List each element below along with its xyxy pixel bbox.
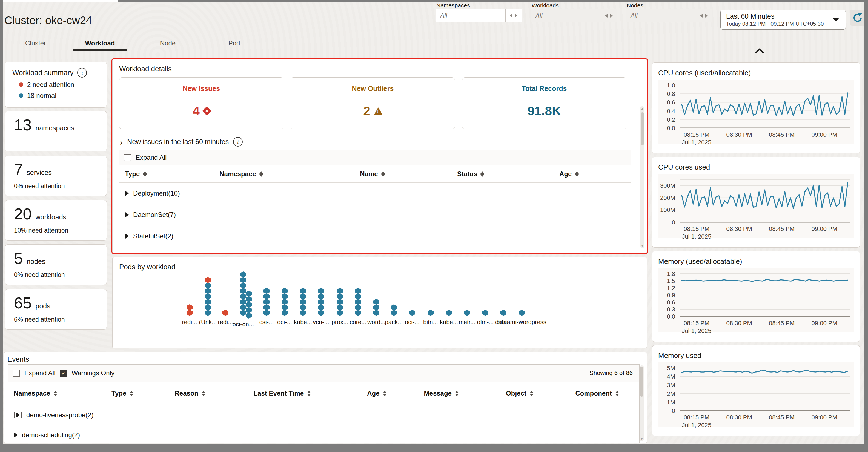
pod-hexagon[interactable]: [500, 310, 506, 316]
sort-icon[interactable]: [381, 172, 385, 177]
refresh-button[interactable]: [850, 10, 864, 26]
table-row[interactable]: demo-livenessprobe(2): [8, 405, 639, 425]
sort-icon[interactable]: [383, 391, 387, 396]
pod-hexagon[interactable]: [355, 293, 361, 299]
pod-hexagon[interactable]: [373, 304, 379, 310]
pod-hexagon[interactable]: [355, 288, 361, 294]
stat-card-namespaces[interactable]: 13namespaces: [5, 111, 107, 151]
pod-hexagon[interactable]: [187, 304, 192, 310]
pod-hexagon[interactable]: [246, 296, 252, 302]
pod-hexagon[interactable]: [240, 288, 246, 294]
pod-hexagon[interactable]: [282, 310, 288, 316]
time-range-selector[interactable]: Last 60 Minutes Today 08:12 PM - 09:12 P…: [720, 10, 846, 30]
pod-hexagon[interactable]: [240, 277, 246, 283]
pod-hexagon[interactable]: [337, 299, 343, 305]
sort-icon[interactable]: [54, 391, 57, 396]
pod-hexagon[interactable]: [337, 304, 343, 310]
pod-hexagon[interactable]: [300, 304, 306, 310]
pod-hexagon[interactable]: [446, 310, 452, 316]
warnings-only-checkbox[interactable]: ✓: [60, 369, 67, 377]
expand-arrow-icon[interactable]: [125, 234, 129, 239]
tab-workload[interactable]: Workload: [72, 36, 127, 51]
pod-hexagon[interactable]: [246, 302, 252, 308]
expand-all-checkbox[interactable]: [124, 154, 131, 161]
pod-hexagon[interactable]: [318, 310, 324, 316]
pod-hexagon[interactable]: [391, 310, 397, 316]
pod-hexagon[interactable]: [373, 299, 379, 305]
pod-hexagon[interactable]: [240, 282, 246, 289]
table-row[interactable]: demo-scheduling(2): [8, 425, 639, 443]
pod-hexagon[interactable]: [282, 288, 288, 294]
pod-hexagon[interactable]: [318, 288, 324, 294]
pod-hexagon[interactable]: [205, 282, 211, 289]
pod-hexagon[interactable]: [482, 310, 488, 316]
column-header-message[interactable]: Message: [418, 390, 501, 397]
events-scrollbar[interactable]: ▼: [640, 365, 644, 441]
metric-card-new-issues[interactable]: New Issues4×: [119, 77, 283, 129]
pod-hexagon[interactable]: [391, 304, 397, 310]
pod-hexagon[interactable]: [318, 299, 324, 305]
pod-hexagon[interactable]: [355, 310, 361, 316]
pod-hexagon[interactable]: [222, 310, 228, 316]
column-header-namespace[interactable]: Namespace: [8, 390, 106, 397]
column-header-object[interactable]: Object: [500, 390, 570, 397]
table-row[interactable]: Deployment(10): [119, 183, 630, 204]
focused-expand-arrow[interactable]: [14, 410, 22, 420]
sort-icon[interactable]: [259, 172, 263, 177]
pod-hexagon[interactable]: [240, 293, 246, 299]
pod-hexagon[interactable]: [205, 310, 211, 316]
pod-hexagon[interactable]: [205, 293, 211, 299]
scroll-down-icon[interactable]: ▼: [640, 244, 645, 248]
sort-icon[interactable]: [143, 172, 147, 177]
sort-icon[interactable]: [575, 172, 579, 177]
pod-hexagon[interactable]: [337, 288, 343, 294]
new-issues-disclosure[interactable]: › New issues in the last 60 minutes i: [120, 137, 243, 147]
expand-arrow-icon[interactable]: [125, 191, 129, 196]
column-header-status[interactable]: Status: [452, 170, 554, 178]
pod-hexagon[interactable]: [300, 310, 306, 316]
metric-card-new-outliers[interactable]: New Outliers2!: [290, 77, 455, 129]
sort-icon[interactable]: [455, 391, 459, 396]
pod-hexagon[interactable]: [337, 310, 343, 316]
tab-node[interactable]: Node: [151, 36, 185, 51]
workload-scrollbar[interactable]: ▲ ▼: [640, 106, 645, 248]
combo-prev-icon[interactable]: [510, 14, 512, 18]
table-row[interactable]: StatefulSet(2): [119, 225, 630, 247]
info-icon[interactable]: i: [233, 137, 243, 147]
pod-hexagon[interactable]: [205, 304, 211, 310]
pod-hexagon[interactable]: [205, 288, 211, 294]
column-header-namespace[interactable]: Namespace: [214, 170, 354, 178]
pod-hexagon[interactable]: [187, 310, 192, 316]
workloads-combobox[interactable]: All: [531, 9, 617, 23]
column-header-component[interactable]: Component: [570, 390, 639, 397]
scroll-down-icon[interactable]: ▼: [640, 437, 644, 441]
column-header-name[interactable]: Name: [354, 170, 452, 178]
column-header-type[interactable]: Type: [106, 390, 169, 397]
pod-hexagon[interactable]: [246, 307, 252, 313]
pod-hexagon[interactable]: [464, 310, 470, 316]
stat-card-nodes[interactable]: 5nodes0% need attention: [5, 244, 107, 285]
column-header-age[interactable]: Age: [554, 170, 630, 178]
stat-card-workloads[interactable]: 20workloads10% need attention: [5, 200, 107, 241]
pod-hexagon[interactable]: [240, 299, 246, 305]
combo-next-icon[interactable]: [515, 14, 518, 18]
stat-card-pods[interactable]: 65pods6% need attention: [5, 289, 107, 330]
expand-arrow-icon[interactable]: [125, 212, 129, 217]
tab-pod[interactable]: Pod: [219, 36, 249, 51]
pod-hexagon[interactable]: [300, 293, 306, 299]
pod-hexagon[interactable]: [282, 299, 288, 305]
collapse-chevron-icon[interactable]: [755, 48, 764, 55]
pod-hexagon[interactable]: [428, 310, 434, 316]
pod-hexagon[interactable]: [318, 304, 324, 310]
scrollbar-thumb[interactable]: [640, 366, 643, 397]
pod-hexagon[interactable]: [240, 271, 246, 277]
combo-next-icon[interactable]: [705, 14, 708, 18]
sort-icon[interactable]: [480, 172, 484, 177]
pod-hexagon[interactable]: [240, 304, 246, 310]
scrollbar-thumb[interactable]: [641, 112, 644, 145]
expand-arrow-icon[interactable]: [14, 432, 18, 438]
pod-hexagon[interactable]: [264, 310, 270, 316]
column-header-last-event-time[interactable]: Last Event Time: [248, 390, 362, 397]
sort-icon[interactable]: [129, 391, 133, 396]
tab-cluster[interactable]: Cluster: [19, 36, 52, 51]
